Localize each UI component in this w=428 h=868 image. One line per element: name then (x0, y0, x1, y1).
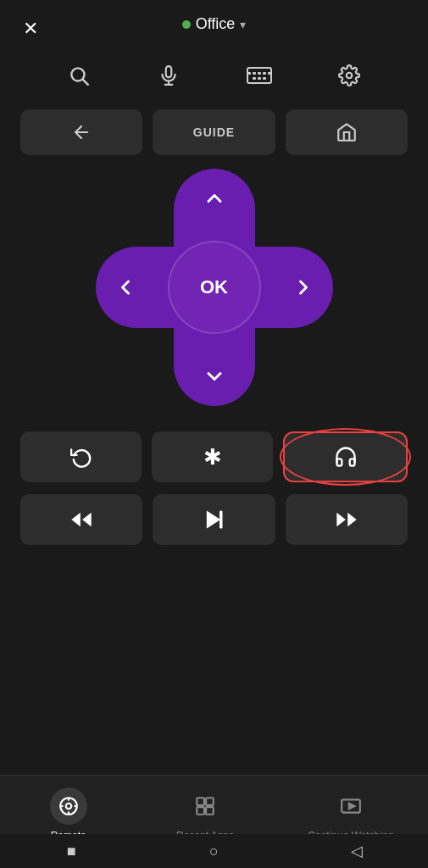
back-arrow-icon (71, 122, 92, 142)
svg-marker-6 (71, 513, 81, 526)
guide-button[interactable]: GUIDE (153, 109, 275, 155)
remote-nav-icon (50, 787, 87, 825)
svg-marker-11 (336, 513, 346, 526)
keyboard-icon (247, 67, 272, 84)
star-button[interactable]: ✱ (152, 431, 273, 482)
svg-point-13 (65, 804, 71, 810)
home-icon (336, 121, 358, 143)
header: ✕ Office ▾ (0, 0, 428, 42)
back-button[interactable] (20, 109, 142, 155)
search-button[interactable] (58, 55, 99, 96)
replay-icon (70, 446, 92, 468)
replay-button[interactable] (20, 431, 142, 482)
dpad: OK (96, 169, 333, 406)
icon-toolbar (0, 42, 428, 109)
fast-forward-button[interactable] (286, 494, 408, 545)
system-nav-bar: ■ ○ ◁ (0, 834, 428, 868)
rewind-icon (69, 508, 93, 531)
settings-icon (338, 64, 360, 86)
keyboard-button[interactable] (239, 55, 280, 96)
close-button[interactable]: ✕ (17, 15, 44, 42)
svg-line-1 (83, 80, 88, 85)
svg-rect-9 (220, 511, 223, 529)
settings-button[interactable] (329, 55, 370, 96)
dpad-up-button[interactable] (181, 177, 248, 220)
recent-apps-nav-icon (186, 787, 224, 825)
fast-forward-icon (335, 508, 359, 531)
play-pause-icon (202, 508, 225, 531)
svg-marker-10 (347, 513, 357, 526)
sys-back-button[interactable]: ◁ (340, 834, 374, 868)
svg-marker-7 (82, 513, 92, 526)
svg-rect-21 (206, 807, 214, 815)
connection-status-dot (182, 20, 191, 29)
chevron-down-icon: ▾ (240, 18, 246, 31)
star-icon: ✱ (203, 444, 222, 470)
mic-icon (158, 64, 180, 86)
dpad-container: OK (0, 169, 428, 406)
dpad-down-button[interactable] (181, 355, 248, 398)
headphone-icon (334, 445, 358, 469)
play-pause-button[interactable] (153, 494, 275, 545)
search-icon (68, 64, 90, 86)
device-name-container[interactable]: Office ▾ (182, 15, 247, 33)
sys-circle-button[interactable]: ○ (197, 834, 231, 868)
svg-rect-18 (197, 798, 204, 805)
home-button[interactable] (286, 109, 408, 155)
dpad-ok-button[interactable]: OK (168, 241, 261, 334)
device-name-label: Office (196, 15, 236, 33)
dpad-left-button[interactable] (104, 253, 147, 321)
media-row-1: ✱ (0, 431, 428, 482)
svg-rect-19 (206, 798, 214, 805)
svg-marker-8 (207, 511, 220, 529)
sys-square-button[interactable]: ■ (54, 834, 88, 868)
svg-rect-20 (197, 807, 204, 815)
mic-button[interactable] (148, 55, 189, 96)
rewind-button[interactable] (20, 494, 142, 545)
svg-point-5 (347, 73, 353, 79)
headphone-button[interactable] (283, 431, 408, 482)
svg-marker-23 (349, 804, 355, 810)
dpad-right-button[interactable] (282, 253, 325, 321)
playback-row (0, 494, 428, 545)
control-row: GUIDE (0, 109, 428, 155)
continue-watching-nav-icon (332, 787, 370, 825)
svg-rect-2 (166, 66, 172, 77)
